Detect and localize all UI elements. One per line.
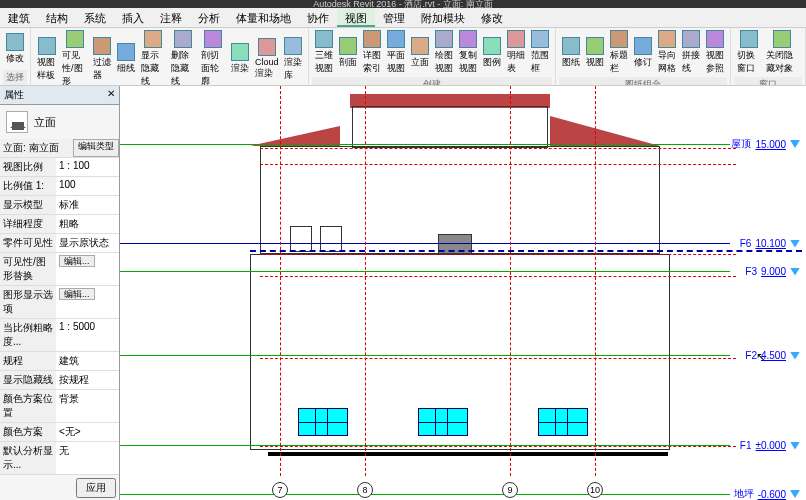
menu-分析[interactable]: 分析 xyxy=(190,8,228,27)
prop-key: 颜色方案位置 xyxy=(0,390,56,422)
prop-value[interactable]: 编辑... xyxy=(56,286,119,318)
视图-icon xyxy=(586,37,604,55)
ribbon-平面视图[interactable]: 平面视图 xyxy=(384,28,408,77)
roof-slope xyxy=(550,116,660,146)
剖切面轮廓-icon xyxy=(204,30,222,48)
grid-bubble-8[interactable]: 8 xyxy=(357,482,373,498)
grid-bubble-9[interactable]: 9 xyxy=(502,482,518,498)
prop-key: 零件可见性 xyxy=(0,234,56,252)
ribbon-视图参照[interactable]: 视图参照 xyxy=(703,28,727,77)
ribbon-图例[interactable]: 图例 xyxy=(480,28,504,77)
prop-value[interactable]: 按规程 xyxy=(56,371,119,389)
window xyxy=(538,408,588,436)
ribbon-过滤器[interactable]: 过滤器 xyxy=(90,28,114,86)
ribbon-显示隐藏线[interactable]: 显示隐藏线 xyxy=(138,28,168,86)
ribbon-图纸[interactable]: 图纸 xyxy=(559,28,583,77)
prop-value[interactable]: 100 xyxy=(56,177,119,195)
ribbon-明细表[interactable]: 明细表 xyxy=(504,28,528,77)
grid-line-8[interactable] xyxy=(365,86,366,476)
level-地坪[interactable]: 地坪-0.600 xyxy=(734,487,800,500)
edit-button[interactable]: 编辑... xyxy=(59,288,95,300)
渲染库-icon xyxy=(284,37,302,55)
ribbon-剖面[interactable]: 剖面 xyxy=(336,28,360,77)
grid-line-10[interactable] xyxy=(595,86,596,476)
ribbon-可见性/图形[interactable]: 可见性/图形 xyxy=(59,28,90,86)
ribbon-视图[interactable]: 视图 xyxy=(583,28,607,77)
ribbon-修改[interactable]: 修改 xyxy=(3,28,27,70)
ribbon-立面[interactable]: 立面 xyxy=(408,28,432,77)
grid-bubble-7[interactable]: 7 xyxy=(272,482,288,498)
ribbon-导向网格[interactable]: 导向网格 xyxy=(655,28,679,77)
ribbon-范围框[interactable]: 范围框 xyxy=(528,28,552,77)
prop-value[interactable]: 无 xyxy=(56,442,119,474)
立面-icon xyxy=(411,37,429,55)
prop-value[interactable]: 编辑... xyxy=(56,253,119,285)
grid-line-7[interactable] xyxy=(280,86,281,476)
section-line[interactable] xyxy=(250,250,802,252)
prop-value[interactable]: 1 : 100 xyxy=(56,158,119,176)
level-屋顶[interactable]: 屋顶15.000 xyxy=(731,137,800,151)
ribbon-关闭隐藏对象[interactable]: 关闭隐藏对象 xyxy=(763,28,802,77)
close-icon[interactable]: ✕ xyxy=(107,88,115,102)
section-line-h xyxy=(260,446,736,447)
ribbon-三维视图[interactable]: 三维视图 xyxy=(312,28,336,77)
menu-插入[interactable]: 插入 xyxy=(114,8,152,27)
ground xyxy=(268,452,668,456)
grid-bubble-10[interactable]: 10 xyxy=(587,482,603,498)
ribbon-删除隐藏线[interactable]: 删除隐藏线 xyxy=(168,28,198,86)
menu-bar: 建筑结构系统插入注释分析体量和场地协作视图管理附加模块修改 xyxy=(0,8,806,28)
drawing-canvas[interactable]: ↖ 屋顶15.000F610.100F39.000F24.500F1±0.000… xyxy=(120,86,806,500)
section-line-h xyxy=(260,358,736,359)
ribbon-Cloud渲染[interactable]: Cloud渲染 xyxy=(252,28,282,86)
prop-key: 当比例粗略度... xyxy=(0,319,56,351)
ribbon-切换窗口[interactable]: 切换窗口 xyxy=(734,28,762,77)
ribbon-渲染[interactable]: 渲染 xyxy=(228,28,252,86)
prop-value[interactable]: 显示原状态 xyxy=(56,234,119,252)
edit-button[interactable]: 编辑... xyxy=(59,255,95,267)
opening xyxy=(290,226,312,252)
prop-value[interactable]: 背景 xyxy=(56,390,119,422)
ribbon-剖切面轮廓[interactable]: 剖切面轮廓 xyxy=(198,28,228,86)
prop-key: 默认分析显示... xyxy=(0,442,56,474)
ribbon-绘图视图[interactable]: 绘图视图 xyxy=(432,28,456,77)
ribbon-详图索引[interactable]: 详图索引 xyxy=(360,28,384,77)
wall xyxy=(352,106,548,148)
apply-button[interactable]: 应用 xyxy=(76,478,116,498)
menu-体量和场地[interactable]: 体量和场地 xyxy=(228,8,299,27)
Cloud渲染-icon xyxy=(258,38,276,56)
ribbon-细线[interactable]: 细线 xyxy=(114,28,138,86)
edit-type-button[interactable]: 编辑类型 xyxy=(73,139,119,157)
menu-视图[interactable]: 视图 xyxy=(337,8,375,27)
level-F3[interactable]: F39.000 xyxy=(745,266,800,277)
复制视图-icon xyxy=(459,30,477,48)
menu-修改[interactable]: 修改 xyxy=(473,8,511,27)
prop-value[interactable]: 标准 xyxy=(56,196,119,214)
ribbon-渲染库[interactable]: 渲染库 xyxy=(281,28,305,86)
prop-key: 视图比例 xyxy=(0,158,56,176)
修改-icon xyxy=(6,33,24,51)
level-F2[interactable]: F24.500 xyxy=(745,350,800,361)
prop-value[interactable]: 建筑 xyxy=(56,352,119,370)
elevation-icon xyxy=(6,111,28,133)
prop-value[interactable]: 粗略 xyxy=(56,215,119,233)
ribbon-拼接线[interactable]: 拼接线 xyxy=(679,28,703,77)
level-F6[interactable]: F610.100 xyxy=(740,238,800,249)
menu-结构[interactable]: 结构 xyxy=(38,8,76,27)
section-line-h xyxy=(260,164,736,165)
menu-附加模块[interactable]: 附加模块 xyxy=(413,8,473,27)
ribbon-复制视图[interactable]: 复制视图 xyxy=(456,28,480,77)
menu-系统[interactable]: 系统 xyxy=(76,8,114,27)
ribbon-标题栏[interactable]: 标题栏 xyxy=(607,28,631,77)
type-selector[interactable]: 立面: 南立面 xyxy=(0,139,73,157)
prop-key: 图形显示选项 xyxy=(0,286,56,318)
ribbon-修订[interactable]: 修订 xyxy=(631,28,655,77)
menu-建筑[interactable]: 建筑 xyxy=(0,8,38,27)
level-F1[interactable]: F1±0.000 xyxy=(740,440,800,451)
menu-管理[interactable]: 管理 xyxy=(375,8,413,27)
grid-line-9[interactable] xyxy=(510,86,511,476)
prop-value[interactable]: 1 : 5000 xyxy=(56,319,119,351)
ribbon-视图样板[interactable]: 视图样板 xyxy=(34,28,59,86)
prop-value[interactable]: <无> xyxy=(56,423,119,441)
menu-协作[interactable]: 协作 xyxy=(299,8,337,27)
menu-注释[interactable]: 注释 xyxy=(152,8,190,27)
